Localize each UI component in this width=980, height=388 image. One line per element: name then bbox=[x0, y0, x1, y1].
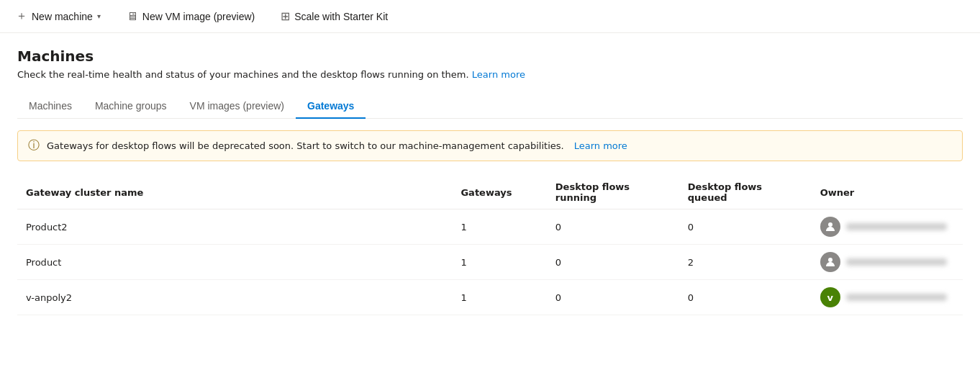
cluster-name-cell: v-anpoly2 bbox=[17, 280, 452, 315]
toolbar: ＋ New machine ▾ 🖥 New VM image (preview)… bbox=[0, 0, 980, 33]
running-cell: 0 bbox=[547, 280, 679, 315]
deprecation-warning-banner: ⓘ Gateways for desktop flows will be dep… bbox=[17, 130, 963, 161]
new-vm-button[interactable]: 🖥 New VM image (preview) bbox=[122, 7, 259, 26]
new-vm-label: New VM image (preview) bbox=[142, 11, 255, 22]
chevron-down-icon: ▾ bbox=[97, 12, 101, 20]
tab-gateways[interactable]: Gateways bbox=[296, 94, 366, 119]
warning-learn-more-link[interactable]: Learn more bbox=[574, 140, 627, 151]
col-header-flows-running: Desktop flows running bbox=[547, 176, 679, 209]
running-cell: 0 bbox=[547, 209, 679, 245]
tab-machine-groups[interactable]: Machine groups bbox=[83, 94, 178, 119]
col-header-gateways: Gateways bbox=[452, 176, 546, 209]
info-icon: ⓘ bbox=[28, 138, 40, 153]
table-row: v-anpoly2 1 0 0 v bbox=[17, 280, 963, 315]
monitor-icon: 🖥 bbox=[127, 10, 138, 23]
owner-name bbox=[846, 258, 947, 266]
table-body: Product2 1 0 0 bbox=[17, 209, 963, 315]
table-header: Gateway cluster name Gateways Desktop fl… bbox=[17, 176, 963, 209]
new-machine-label: New machine bbox=[32, 11, 93, 22]
queued-cell: 0 bbox=[679, 209, 812, 245]
avatar bbox=[820, 217, 840, 237]
owner-name bbox=[846, 294, 947, 301]
svg-point-0 bbox=[828, 222, 832, 227]
tab-machines[interactable]: Machines bbox=[17, 94, 83, 119]
cluster-name-cell: Product bbox=[17, 245, 452, 280]
warning-text: Gateways for desktop flows will be depre… bbox=[47, 140, 564, 151]
table-row: Product2 1 0 0 bbox=[17, 209, 963, 245]
page-subtitle: Check the real-time health and status of… bbox=[17, 69, 963, 80]
queued-cell: 2 bbox=[679, 245, 812, 280]
running-cell: 0 bbox=[547, 245, 679, 280]
owner-cell bbox=[812, 209, 963, 245]
owner-cell bbox=[812, 245, 963, 280]
avatar bbox=[820, 252, 840, 272]
main-content: Machines Check the real-time health and … bbox=[0, 33, 980, 330]
queued-cell: 0 bbox=[679, 280, 812, 315]
page-title: Machines bbox=[17, 48, 963, 65]
new-machine-button[interactable]: ＋ New machine ▾ bbox=[12, 6, 105, 27]
scale-label: Scale with Starter Kit bbox=[294, 11, 388, 22]
table-row: Product 1 0 2 bbox=[17, 245, 963, 280]
avatar: v bbox=[820, 287, 840, 307]
owner-name bbox=[846, 223, 947, 230]
learn-more-subtitle-link[interactable]: Learn more bbox=[472, 69, 525, 80]
gateways-cell: 1 bbox=[452, 280, 546, 315]
gateways-table: Gateway cluster name Gateways Desktop fl… bbox=[17, 176, 963, 315]
tab-vm-images[interactable]: VM images (preview) bbox=[178, 94, 296, 119]
gateways-cell: 1 bbox=[452, 245, 546, 280]
col-header-flows-queued: Desktop flows queued bbox=[679, 176, 812, 209]
owner-cell: v bbox=[812, 280, 963, 315]
col-header-cluster-name: Gateway cluster name bbox=[17, 176, 452, 209]
cluster-name-cell: Product2 bbox=[17, 209, 452, 245]
tabs-container: Machines Machine groups VM images (previ… bbox=[17, 94, 963, 119]
scale-icon: ⊞ bbox=[281, 9, 290, 23]
subtitle-text: Check the real-time health and status of… bbox=[17, 69, 469, 80]
plus-icon: ＋ bbox=[16, 9, 27, 24]
scale-kit-button[interactable]: ⊞ Scale with Starter Kit bbox=[276, 6, 392, 26]
col-header-owner: Owner bbox=[812, 176, 963, 209]
gateways-cell: 1 bbox=[452, 209, 546, 245]
svg-point-1 bbox=[828, 258, 832, 262]
